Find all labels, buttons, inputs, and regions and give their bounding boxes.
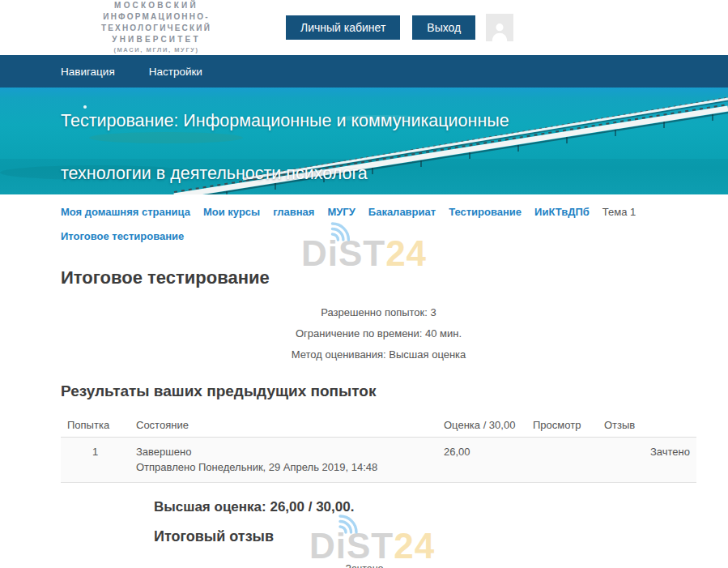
hero-banner: Тестирование: Информационные и коммуника… <box>0 88 728 194</box>
column-header-state: Состояние <box>130 414 437 438</box>
breadcrumb-item-main[interactable]: главная <box>273 206 314 218</box>
feedback-block: Высшая оценка: 26,00 / 30,00. Итоговый о… <box>154 499 607 568</box>
course-title: Тестирование: Информационные и коммуника… <box>61 95 602 194</box>
breadcrumb-item-mugu[interactable]: МУГУ <box>327 206 355 218</box>
site-header: МОСКОВСКИЙ ИНФОРМАЦИОННО-ТЕХНОЛОГИЧЕСКИЙ… <box>0 0 728 55</box>
column-header-attempt: Попытка <box>61 414 130 438</box>
attempts-table-header-row: Попытка Состояние Оценка / 30,00 Просмот… <box>61 414 696 438</box>
user-icon <box>489 20 510 41</box>
cell-state: Завершено Отправлено Понедельник, 29 Апр… <box>130 438 437 483</box>
final-feedback-heading: Итоговый отзыв <box>154 528 607 545</box>
column-header-grade: Оценка / 30,00 <box>437 414 526 438</box>
breadcrumb: Моя домашняя страница Мои курсы главная … <box>61 194 696 242</box>
breadcrumb-item-topic: Тема 1 <box>602 206 636 218</box>
header-actions: Личный кабинет Выход <box>286 14 513 41</box>
breadcrumb-item-final-test[interactable]: Итоговое тестирование <box>61 230 184 242</box>
logo-line: ИНФОРМАЦИОННО-ТЕХНОЛОГИЧЕСКИЙ <box>61 11 252 34</box>
nav-item-settings[interactable]: Настройки <box>149 66 202 78</box>
breadcrumb-item-my-courses[interactable]: Мои курсы <box>203 206 260 218</box>
final-feedback-value: Зачтено <box>154 563 575 568</box>
personal-cabinet-button[interactable]: Личный кабинет <box>286 15 400 40</box>
avatar[interactable] <box>486 14 513 41</box>
page-title: Итоговое тестирование <box>61 267 696 288</box>
quiz-info-attempts: Разрешенно попыток: 3 <box>61 302 696 323</box>
results-heading: Результаты ваших предыдущих попыток <box>61 382 696 400</box>
breadcrumb-item-course-code[interactable]: ИиКТвДПб <box>534 206 590 218</box>
breadcrumb-item-testing[interactable]: Тестирование <box>449 206 522 218</box>
attempts-table: Попытка Состояние Оценка / 30,00 Просмот… <box>61 414 696 483</box>
logo-subline: (МАСИ, МГЛИ, МУГУ) <box>61 45 252 55</box>
quiz-info-grading-method: Метод оценивания: Высшая оценка <box>61 344 696 365</box>
main-navbar: Навигация Настройки <box>0 55 728 88</box>
cell-review <box>526 438 598 483</box>
nav-item-navigation[interactable]: Навигация <box>61 66 115 78</box>
cell-attempt-number: 1 <box>61 438 130 483</box>
state-label: Завершено <box>136 444 431 459</box>
column-header-review: Просмотр <box>526 414 598 438</box>
state-detail: Отправлено Понедельник, 29 Апрель 2019, … <box>136 459 431 475</box>
page: МОСКОВСКИЙ ИНФОРМАЦИОННО-ТЕХНОЛОГИЧЕСКИЙ… <box>0 0 728 568</box>
logout-button[interactable]: Выход <box>412 15 475 40</box>
best-grade: Высшая оценка: 26,00 / 30,00. <box>154 499 607 515</box>
breadcrumb-item-bachelor[interactable]: Бакалавриат <box>368 206 436 218</box>
column-header-feedback: Отзыв <box>598 414 696 438</box>
breadcrumb-item-home[interactable]: Моя домашняя страница <box>61 206 190 218</box>
quiz-info: Разрешенно попыток: 3 Ограничение по вре… <box>61 302 696 365</box>
logo-line: МОСКОВСКИЙ <box>61 0 252 11</box>
cell-feedback: Зачтено <box>598 438 696 483</box>
main-content: Моя домашняя страница Мои курсы главная … <box>0 194 728 568</box>
logo-line: УНИВЕРСИТЕТ <box>61 34 252 45</box>
table-row: 1 Завершено Отправлено Понедельник, 29 А… <box>61 438 696 483</box>
quiz-info-time-limit: Ограничение по времени: 40 мин. <box>61 323 696 344</box>
university-logo[interactable]: МОСКОВСКИЙ ИНФОРМАЦИОННО-ТЕХНОЛОГИЧЕСКИЙ… <box>61 0 252 55</box>
cell-grade: 26,00 <box>437 438 526 483</box>
